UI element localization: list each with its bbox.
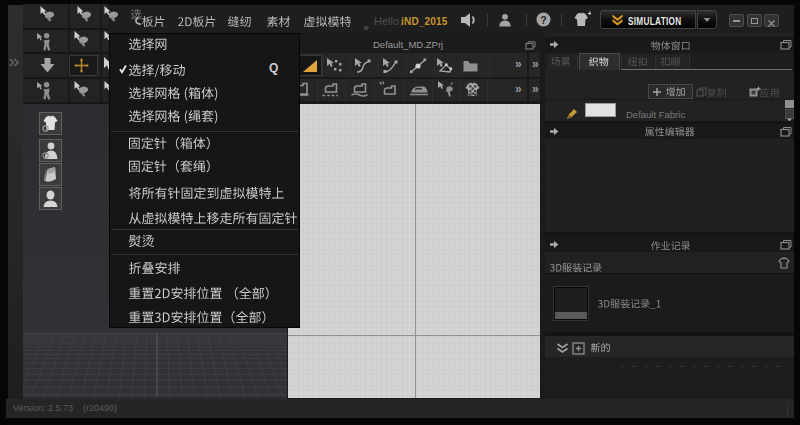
svg-text:+: + <box>588 10 592 18</box>
svg-text:?: ? <box>540 14 546 26</box>
